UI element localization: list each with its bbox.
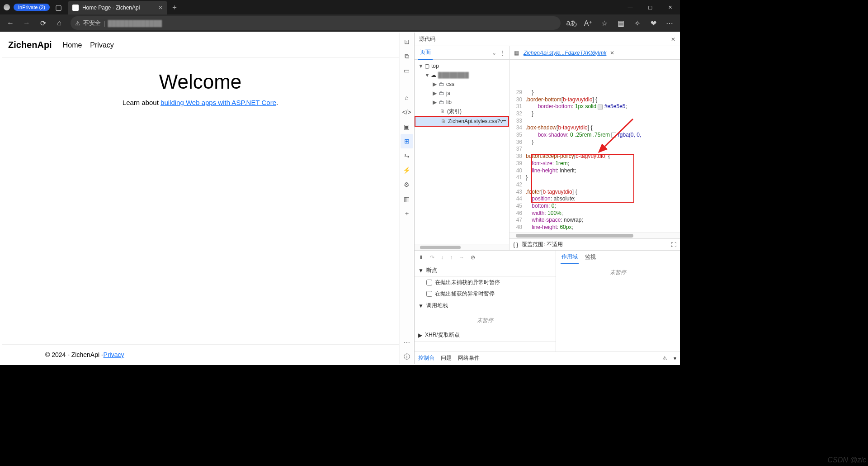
tree-index[interactable]: 🗎(索引) [415,107,509,116]
collections-icon[interactable]: ▤ [613,16,628,30]
nav-privacy[interactable]: Privacy [90,41,113,49]
minimize-button[interactable]: — [620,0,640,14]
code-line[interactable]: 41} [509,174,680,181]
tree-css[interactable]: ▶🗀css [415,80,509,89]
lead-link[interactable]: building Web apps with ASP.NET Core [160,99,276,106]
brand[interactable]: ZichenApi [8,40,52,50]
tool-settings-icon[interactable]: ⚙ [401,177,413,192]
code-hscroll[interactable] [509,232,680,238]
step-icon[interactable]: → [459,254,464,261]
tabs-dropdown-icon[interactable]: ⌄ [492,50,496,56]
debugger-pane: ⏸ ↷ ↓ ↑ → ⊘ ▼断点 在抛出未捕获的异常时暂停 在抛出捕获的异常时暂停… [415,250,680,352]
inprivate-badge[interactable]: InPrivate (2) [14,4,50,11]
tab-watch[interactable]: 监视 [585,253,596,261]
tab-scope[interactable]: 作用域 [561,250,579,264]
tabs-more-icon[interactable]: ⋮ [500,50,505,56]
address-bar[interactable]: ⚠ 不安全 | █████████████ [71,16,561,30]
extensions-icon[interactable]: ✧ [629,16,645,30]
webpage: ZichenApi Home Privacy Welcome Learn abo… [2,33,399,364]
tab-page[interactable]: 页面 [418,46,433,60]
text-size-icon[interactable]: A⁺ [580,16,596,30]
code-line[interactable]: 42 [509,181,680,189]
code-line[interactable]: 31 border-bottom: 1px solid #e5e5e5; [509,103,680,110]
nav-home[interactable]: Home [63,41,82,49]
close-button[interactable]: ✕ [660,0,680,14]
tool-network-icon[interactable]: ⇆ [401,148,413,163]
callstack-header[interactable]: ▼调用堆栈 [415,300,556,312]
home-button[interactable]: ⌂ [52,16,67,30]
code-line[interactable]: 40 line-height: inherit; [509,167,680,175]
drawer-tabs: 控制台 问题 网络条件 ⚠ ▾ [415,352,680,364]
tool-elements-icon[interactable]: ⊡ [401,34,413,49]
tool-source-icon[interactable]: </> [401,105,413,119]
debugger-toolbar: ⏸ ↷ ↓ ↑ → ⊘ [415,251,556,264]
tree-top[interactable]: ▼▢top [415,62,509,71]
tool-console-icon[interactable]: ▣ [401,119,413,134]
footer-privacy-link[interactable]: Privacy [104,351,124,358]
code-line[interactable]: 45 bottom: 0; [509,203,680,210]
code-line[interactable]: 37 [509,146,680,153]
panel-close-icon[interactable]: ✕ [671,36,675,43]
tool-help-icon[interactable]: ⓘ [401,350,413,364]
tree-selected-file[interactable]: 🗎ZichenApi.styles.css?v= [415,116,509,127]
refresh-button[interactable]: ⟳ [35,16,51,30]
tree-js[interactable]: ▶🗀js [415,89,509,98]
tool-welcome-icon[interactable]: ⌂ [401,90,413,105]
code-line[interactable]: 43.footer[b-tagvuytdio] { [509,189,680,196]
tool-add-icon[interactable]: ＋ [401,206,413,221]
source-tab-close-icon[interactable]: ✕ [610,50,614,56]
tool-app-icon[interactable]: ▥ [401,192,413,206]
code-line[interactable]: 39 font-size: 1rem; [509,160,680,167]
source-file-name[interactable]: ZichenApi.style...FdaxeTXKt6yImk [524,50,606,56]
braces-icon[interactable]: { } [513,242,518,248]
tab-actions-icon[interactable]: ▢ [52,2,65,13]
pause-icon[interactable]: ⏸ [418,254,424,261]
lead-text: Learn about building Web apps with ASP.N… [2,99,399,106]
favorite-icon[interactable]: ☆ [597,16,612,30]
code-line[interactable]: 48 line-height: 60px; [509,224,680,231]
code-line[interactable]: 35 box-shadow: 0 .25rem .75rem rgba(0, 0… [509,132,680,139]
reading-icon[interactable]: aあ [564,16,580,30]
drawer-close-icon[interactable]: ▾ [674,355,676,361]
code-line[interactable]: 36 } [509,139,680,146]
step-over-icon[interactable]: ↷ [430,254,434,261]
maximize-button[interactable]: ▢ [640,0,660,14]
xhr-breakpoints-header[interactable]: ▶XHR/提取断点 [415,329,556,342]
code-line[interactable]: 32 } [509,110,680,118]
code-line[interactable]: 29 } [509,89,680,96]
code-line[interactable]: 38button.accept-policy[b-tagvuytdio] { [509,153,680,160]
back-button[interactable]: ← [3,16,18,30]
tab-close-icon[interactable]: ✕ [158,5,163,11]
tree-host[interactable]: ▼☁████████ [415,71,509,80]
tree-lib[interactable]: ▶🗀lib [415,98,509,107]
code-line[interactable]: 44 position: absolute; [509,195,680,203]
overflow-icon[interactable]: ⋯ [662,16,677,30]
code-line[interactable]: 34.box-shadow[b-tagvuytdio] { [509,124,680,132]
pretty-print-icon[interactable]: ▦ [511,50,522,56]
tool-device-icon[interactable]: ⧉ [401,49,413,63]
performance-icon[interactable]: ❤ [646,16,661,30]
tool-more-icon[interactable]: ⋯ [401,335,413,350]
drawer-network[interactable]: 网络条件 [458,354,480,362]
code-line[interactable]: 47 white-space: nowrap; [509,217,680,224]
tool-debug-icon[interactable]: ⊞ [401,134,413,148]
code-line[interactable]: 46 width: 100%; [509,210,680,217]
new-tab-button[interactable]: ＋ [171,3,178,12]
pause-caught-checkbox[interactable]: 在抛出捕获的异常时暂停 [415,288,556,300]
code-line[interactable]: 33 [509,118,680,125]
step-into-icon[interactable]: ↓ [441,254,443,261]
step-out-icon[interactable]: ↑ [450,254,453,261]
pause-uncaught-checkbox[interactable]: 在抛出未捕获的异常时暂停 [415,277,556,288]
deactivate-bp-icon[interactable]: ⊘ [471,254,475,261]
drawer-warnings-icon[interactable]: ⚠ [662,355,667,361]
breakpoints-header[interactable]: ▼断点 [415,264,556,277]
drawer-console[interactable]: 控制台 [418,354,434,362]
coverage-expand-icon[interactable]: ⛶ [671,242,676,248]
browser-tab[interactable]: Home Page - ZichenApi ✕ [68,1,167,14]
drawer-issues[interactable]: 问题 [441,354,452,362]
tree-hscroll[interactable] [415,244,509,250]
source-code[interactable]: 29 }30.border-bottom[b-tagvuytdio] {31 b… [509,60,680,232]
code-line[interactable]: 30.border-bottom[b-tagvuytdio] { [509,96,680,104]
tool-perf-icon[interactable]: ⚡ [401,163,413,177]
tool-window-icon[interactable]: ▭ [401,63,413,78]
